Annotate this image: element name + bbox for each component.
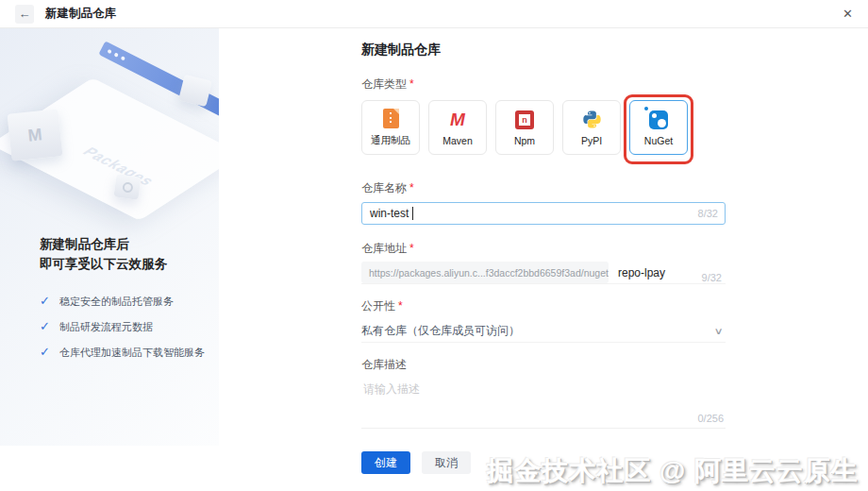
npm-icon: n [515, 110, 534, 129]
visibility-value: 私有仓库（仅仓库成员可访问） [361, 323, 520, 339]
cancel-button[interactable]: 取消 [422, 451, 471, 474]
sidebar-heading-line2: 即可享受以下云效服务 [40, 254, 209, 274]
dialog-title: 新建制品仓库 [45, 6, 116, 22]
type-card-generic[interactable]: 通用制品 [361, 100, 420, 155]
repo-address-input[interactable]: repo-lpay 9/32 [609, 262, 726, 283]
description-counter: 0/256 [697, 413, 724, 424]
benefit-item: ✓ 制品研发流程元数据 [40, 320, 209, 333]
description-label: 仓库描述 [361, 358, 726, 371]
red-annotation-highlight: NuGet [624, 94, 693, 164]
type-card-nuget[interactable]: NuGet [629, 100, 688, 155]
form-title: 新建制品仓库 [361, 42, 726, 59]
type-card-label: Npm [514, 135, 535, 146]
arrow-left-icon: ← [19, 7, 31, 21]
type-card-npm[interactable]: n Npm [495, 100, 554, 155]
check-icon: ✓ [40, 346, 50, 359]
check-icon: ✓ [40, 295, 50, 308]
repo-address-label: 仓库地址* [361, 242, 726, 255]
benefit-item: ✓ 稳定安全的制品托管服务 [40, 295, 209, 308]
repo-name-label: 仓库名称* [361, 181, 726, 195]
benefits-sidebar: Packages M 新建制品仓库后 即可享受以下云效服务 ✓ 稳定安全的制品托… [0, 28, 219, 446]
type-card-maven[interactable]: M Maven [428, 100, 487, 155]
create-repo-form: 新建制品仓库 仓库类型* 通用制品 M Maven n Npm [361, 28, 726, 474]
type-card-pypi[interactable]: PyPI [562, 100, 621, 155]
sidebar-heading-line1: 新建制品仓库后 [40, 234, 209, 254]
repo-address-field: https://packages.aliyun.c...f3daccf2bbd6… [361, 262, 726, 284]
type-card-label: Maven [442, 135, 473, 146]
repo-name-input[interactable] [361, 202, 726, 225]
check-icon: ✓ [40, 320, 50, 333]
chevron-down-icon: ∨ [713, 326, 723, 336]
package-box-tiny-illustration [113, 174, 141, 199]
visibility-label: 公开性* [361, 299, 726, 313]
repo-type-label: 仓库类型* [361, 77, 726, 91]
type-card-label: 通用制品 [371, 134, 410, 147]
close-icon: ✕ [843, 7, 853, 21]
pypi-icon [582, 110, 602, 129]
close-button[interactable]: ✕ [843, 7, 853, 21]
create-button[interactable]: 创建 [361, 451, 410, 474]
repo-type-cards: 通用制品 M Maven n Npm PyPI [361, 100, 726, 166]
benefit-label: 仓库代理加速制品下载智能服务 [59, 346, 205, 359]
repo-address-counter: 9/32 [702, 266, 722, 289]
benefit-label: 稳定安全的制品托管服务 [59, 295, 174, 308]
type-card-label: PyPI [581, 135, 602, 146]
visibility-select[interactable]: 私有仓库（仅仓库成员可访问） ∨ [361, 319, 726, 343]
packages-illustration: Packages M [0, 28, 219, 227]
dialog-header: ← 新建制品仓库 ✕ [0, 0, 868, 28]
repo-name-counter: 8/32 [698, 208, 718, 219]
maven-icon: M [450, 110, 465, 130]
package-box-illustration: M [8, 109, 63, 161]
benefit-label: 制品研发流程元数据 [59, 320, 153, 333]
back-button[interactable]: ← [15, 5, 34, 24]
nuget-icon [649, 110, 668, 129]
benefit-item: ✓ 仓库代理加速制品下载智能服务 [40, 346, 209, 359]
generic-package-icon [383, 109, 399, 128]
repo-address-prefix: https://packages.aliyun.c...f3daccf2bbd6… [361, 262, 609, 283]
type-card-label: NuGet [644, 135, 673, 146]
description-textarea[interactable] [361, 378, 726, 429]
text-caret [412, 207, 413, 220]
